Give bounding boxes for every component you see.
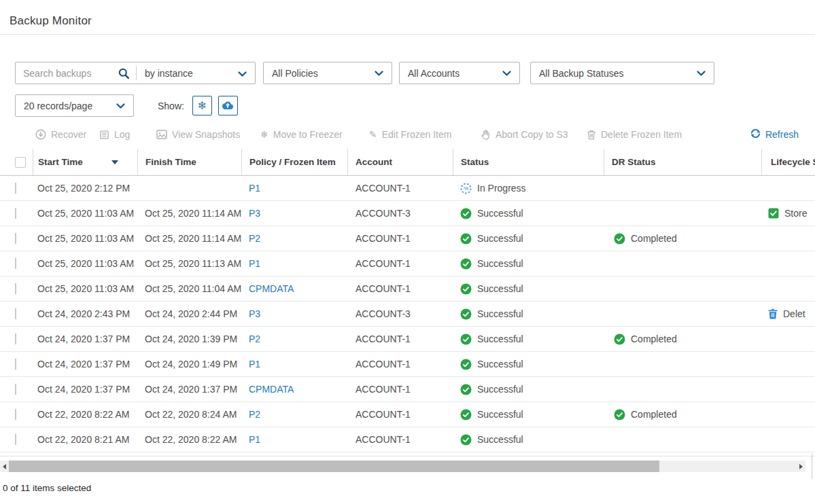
status-label: Successful <box>477 208 523 219</box>
status-header-label: Status <box>461 157 489 167</box>
policy-link[interactable]: P2 <box>249 233 260 244</box>
finish-time-cell: Oct 24, 2020 1:37 PM <box>137 384 241 395</box>
status-cell: % Successful <box>453 359 604 370</box>
policy-link[interactable]: P1 <box>249 183 260 194</box>
lifecycle-status-label: Delet <box>783 308 805 319</box>
delete-frozen-item-button[interactable]: Delete Frozen Item <box>587 126 682 143</box>
row-checkbox[interactable] <box>15 409 16 420</box>
policy-link[interactable]: P1 <box>249 434 260 445</box>
table-row[interactable]: Oct 25, 2020 11:03 AM Oct 25, 2020 11:14… <box>0 201 815 226</box>
select-all-checkbox[interactable] <box>15 157 26 168</box>
chevron-down-icon <box>502 71 511 76</box>
status-label: Successful <box>477 434 523 445</box>
recover-button[interactable]: Recover <box>35 126 86 143</box>
accounts-filter-value: All Accounts <box>408 68 459 79</box>
column-header-lifecycle-status[interactable]: Lifecycle S <box>761 149 815 175</box>
row-checkbox[interactable] <box>15 434 16 445</box>
dr-status-header-label: DR Status <box>612 157 656 167</box>
policy-link[interactable]: CPMDATA <box>249 384 294 395</box>
table-row[interactable]: Oct 25, 2020 2:12 PM P1 ACCOUNT-1 % In P… <box>0 176 815 201</box>
scroll-left-arrow[interactable] <box>0 461 9 472</box>
start-time-cell: Oct 24, 2020 1:37 PM <box>33 359 137 370</box>
table-row[interactable]: Oct 25, 2020 11:03 AM Oct 25, 2020 11:04… <box>0 276 815 302</box>
log-label: Log <box>114 129 130 140</box>
policies-filter[interactable]: All Policies <box>263 62 392 84</box>
abort-copy-to-s3-button[interactable]: Abort Copy to S3 <box>481 126 568 143</box>
table-row[interactable]: Oct 24, 2020 1:37 PM Oct 24, 2020 1:37 P… <box>0 377 815 402</box>
search-icon[interactable] <box>118 68 129 79</box>
backup-statuses-filter[interactable]: All Backup Statuses <box>530 62 714 84</box>
status-cell: % Successful <box>453 384 604 395</box>
policy-link[interactable]: P2 <box>249 334 260 344</box>
table-row[interactable]: Oct 24, 2020 1:37 PM Oct 24, 2020 1:49 P… <box>0 352 815 377</box>
accounts-filter[interactable]: All Accounts <box>399 62 520 84</box>
move-to-freezer-button[interactable]: ❄ Move to Freezer <box>260 126 343 143</box>
lifecycle-status-cell: Delet <box>761 308 815 319</box>
search-by-select[interactable]: by instance <box>137 62 255 84</box>
column-header-account[interactable]: Account <box>347 149 453 175</box>
scroll-right-arrow[interactable] <box>797 461 805 472</box>
freezer-icon: ❄ <box>260 130 268 139</box>
refresh-button[interactable]: Refresh <box>750 126 799 143</box>
search-combo: by instance <box>15 62 256 84</box>
scrollbar-thumb[interactable] <box>9 461 659 472</box>
backup-monitor-page: Backup Monitor by instance All Policies … <box>0 0 815 504</box>
show-s3-copies-toggle-button[interactable] <box>218 96 238 115</box>
policy-link[interactable]: P1 <box>249 359 260 370</box>
refresh-label: Refresh <box>765 129 799 140</box>
start-time-cell: Oct 24, 2020 2:43 PM <box>33 308 137 319</box>
column-header-finish-time[interactable]: Finish Time <box>137 149 241 175</box>
svg-text:%: % <box>464 185 468 192</box>
title-bar: Backup Monitor <box>0 0 815 35</box>
select-all-cell <box>0 149 33 175</box>
finish-time-cell: Oct 24, 2020 1:49 PM <box>137 359 241 370</box>
policy-link[interactable]: P1 <box>249 258 260 269</box>
table-row[interactable]: Oct 24, 2020 2:43 PM Oct 24, 2020 2:44 P… <box>0 302 815 327</box>
row-checkbox[interactable] <box>15 208 16 219</box>
status-label: Successful <box>477 359 523 370</box>
success-status-icon <box>460 233 472 245</box>
edit-frozen-item-label: Edit Frozen Item <box>382 129 452 140</box>
edit-frozen-item-button[interactable]: ✎ Edit Frozen Item <box>369 126 451 143</box>
status-cell: % Successful <box>453 258 604 270</box>
recover-label: Recover <box>51 129 86 140</box>
right-edge-divider <box>812 454 812 479</box>
policy-link[interactable]: P3 <box>249 208 260 219</box>
row-checkbox[interactable] <box>15 308 16 319</box>
records-per-page-select[interactable]: 20 records/page <box>15 94 134 117</box>
table-header: Start Time Finish Time Policy / Frozen I… <box>0 149 815 175</box>
row-checkbox[interactable] <box>15 233 16 244</box>
search-input[interactable] <box>23 68 117 79</box>
column-header-dr-status[interactable]: DR Status <box>604 149 761 175</box>
status-label: Successful <box>477 283 523 294</box>
deleted-trash-icon <box>768 308 778 319</box>
table-row[interactable]: Oct 22, 2020 8:22 AM Oct 22, 2020 8:24 A… <box>0 402 815 427</box>
row-checkbox[interactable] <box>15 334 16 344</box>
row-checkbox[interactable] <box>15 183 16 194</box>
table-row[interactable]: Oct 25, 2020 11:03 AM Oct 25, 2020 11:14… <box>0 226 815 251</box>
finish-time-cell: Oct 22, 2020 8:22 AM <box>137 434 241 445</box>
horizontal-scrollbar[interactable] <box>0 461 805 472</box>
policy-link[interactable]: P3 <box>249 308 260 319</box>
account-cell: ACCOUNT-1 <box>347 409 453 420</box>
view-snapshots-button[interactable]: View Snapshots <box>156 126 240 143</box>
show-frozen-toggle-button[interactable]: ❄ <box>192 96 212 115</box>
policy-link[interactable]: P2 <box>249 409 260 420</box>
log-button[interactable]: Log <box>99 126 130 143</box>
account-cell: ACCOUNT-1 <box>347 334 453 344</box>
row-checkbox[interactable] <box>15 384 16 395</box>
table-row[interactable]: Oct 22, 2020 8:21 AM Oct 22, 2020 8:22 A… <box>0 427 815 452</box>
column-header-start-time[interactable]: Start Time <box>33 149 137 175</box>
table-row[interactable]: Oct 25, 2020 11:03 AM Oct 25, 2020 11:13… <box>0 251 815 276</box>
policy-cell: P3 <box>241 308 347 319</box>
status-cell: % Successful <box>453 283 604 295</box>
row-checkbox[interactable] <box>15 359 16 370</box>
policy-link[interactable]: CPMDATA <box>249 283 294 294</box>
row-checkbox[interactable] <box>15 283 16 294</box>
hand-stop-icon <box>481 130 491 140</box>
account-cell: ACCOUNT-1 <box>347 384 453 395</box>
row-checkbox[interactable] <box>15 258 16 269</box>
column-header-status[interactable]: Status <box>453 149 604 175</box>
table-row[interactable]: Oct 24, 2020 1:37 PM Oct 24, 2020 1:39 P… <box>0 327 815 352</box>
column-header-policy[interactable]: Policy / Frozen Item <box>241 149 347 175</box>
